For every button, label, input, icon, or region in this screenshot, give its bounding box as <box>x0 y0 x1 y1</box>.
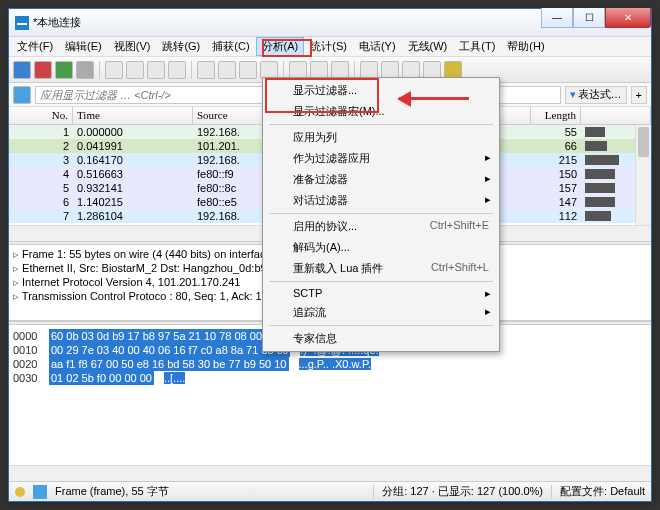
menu-separator <box>269 325 493 326</box>
window-title: *本地连接 <box>33 15 541 30</box>
toolbar-separator <box>99 61 100 79</box>
menu-A[interactable]: 分析(A) <box>256 37 305 56</box>
options-icon[interactable] <box>76 61 94 79</box>
menu-item[interactable]: 作为过滤器应用 <box>265 148 497 169</box>
resize-columns-icon[interactable] <box>444 61 462 79</box>
menu-C[interactable]: 捕获(C) <box>206 37 255 56</box>
menu-item[interactable]: 重新载入 Lua 插件Ctrl+Shift+L <box>265 258 497 279</box>
next-icon[interactable] <box>239 61 257 79</box>
expert-info-icon[interactable] <box>15 487 25 497</box>
menu-H[interactable]: 帮助(H) <box>501 37 550 56</box>
statusbar: Frame (frame), 55 字节 分组: 127 · 已显示: 127 … <box>9 481 651 501</box>
capture-file-icon[interactable] <box>33 485 47 499</box>
start-capture-icon[interactable] <box>13 61 31 79</box>
goto-icon[interactable] <box>260 61 278 79</box>
menu-item[interactable]: 显示过滤器... <box>265 80 497 101</box>
toolbar-separator <box>354 61 355 79</box>
stop-capture-icon[interactable] <box>34 61 52 79</box>
find-icon[interactable] <box>197 61 215 79</box>
normal-size-icon[interactable] <box>423 61 441 79</box>
status-profile-text: 配置文件: Default <box>560 484 645 499</box>
bookmark-icon[interactable] <box>13 86 31 104</box>
status-frame-text: Frame (frame), 55 字节 <box>55 484 169 499</box>
menu-item[interactable]: 解码为(A)... <box>265 237 497 258</box>
menu-S[interactable]: 统计(S) <box>304 37 353 56</box>
prev-icon[interactable] <box>218 61 236 79</box>
menu-F[interactable]: 文件(F) <box>11 37 59 56</box>
scrollbar-thumb[interactable] <box>638 127 649 157</box>
menu-Y[interactable]: 电话(Y) <box>353 37 402 56</box>
analyze-menu-dropdown: 显示过滤器...显示过滤器宏(M)...应用为列作为过滤器应用准备过滤器对话过滤… <box>262 77 500 352</box>
first-icon[interactable] <box>289 61 307 79</box>
toolbar-separator <box>191 61 192 79</box>
close-button[interactable]: ✕ <box>605 8 651 28</box>
close-file-icon[interactable] <box>147 61 165 79</box>
scrollbar-horizontal[interactable] <box>9 465 651 481</box>
menu-separator <box>269 281 493 282</box>
col-no[interactable]: No. <box>9 107 73 124</box>
titlebar[interactable]: *本地连接 — ☐ ✕ <box>9 9 651 37</box>
menu-T[interactable]: 工具(T) <box>453 37 501 56</box>
menu-item[interactable]: 准备过滤器 <box>265 169 497 190</box>
zoom-out-icon[interactable] <box>402 61 420 79</box>
status-packets-text: 分组: 127 · 已显示: 127 (100.0%) <box>382 484 543 499</box>
save-icon[interactable] <box>126 61 144 79</box>
menu-separator <box>269 213 493 214</box>
app-icon <box>15 16 29 30</box>
menu-item[interactable]: 显示过滤器宏(M)... <box>265 101 497 122</box>
menu-item[interactable]: 应用为列 <box>265 127 497 148</box>
reload-icon[interactable] <box>168 61 186 79</box>
menu-item[interactable]: 对话过滤器 <box>265 190 497 211</box>
last-icon[interactable] <box>310 61 328 79</box>
minimize-button[interactable]: — <box>541 8 573 28</box>
toolbar-separator <box>283 61 284 79</box>
menu-item[interactable]: 启用的协议...Ctrl+Shift+E <box>265 216 497 237</box>
autoscroll-icon[interactable] <box>331 61 349 79</box>
menu-W[interactable]: 无线(W) <box>402 37 454 56</box>
hex-row[interactable]: 0020aa f1 f8 67 00 50 e8 16 bd 58 30 be … <box>13 357 647 371</box>
expression-button[interactable]: ▾表达式… <box>565 86 627 104</box>
colorize-icon[interactable] <box>360 61 378 79</box>
menubar: 文件(F)编辑(E)视图(V)跳转(G)捕获(C)分析(A)统计(S)电话(Y)… <box>9 37 651 57</box>
menu-item[interactable]: 专家信息 <box>265 328 497 349</box>
open-icon[interactable] <box>105 61 123 79</box>
add-filter-button[interactable]: + <box>631 86 647 104</box>
maximize-button[interactable]: ☐ <box>573 8 605 28</box>
col-time[interactable]: Time <box>73 107 193 124</box>
menu-G[interactable]: 跳转(G) <box>156 37 206 56</box>
menu-separator <box>269 124 493 125</box>
hex-row[interactable]: 003001 02 5b f0 00 00 00..[.... <box>13 371 647 385</box>
col-length[interactable]: Length <box>531 107 581 124</box>
zoom-in-icon[interactable] <box>381 61 399 79</box>
restart-capture-icon[interactable] <box>55 61 73 79</box>
menu-item[interactable]: SCTP <box>265 284 497 302</box>
menu-E[interactable]: 编辑(E) <box>59 37 108 56</box>
menu-V[interactable]: 视图(V) <box>108 37 157 56</box>
scrollbar-vertical[interactable] <box>635 125 651 225</box>
menu-item[interactable]: 追踪流 <box>265 302 497 323</box>
